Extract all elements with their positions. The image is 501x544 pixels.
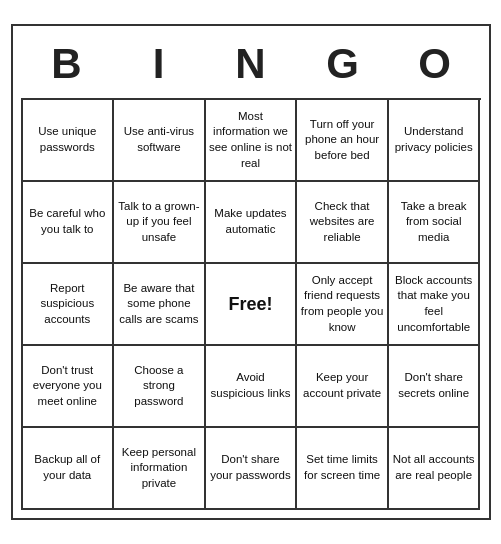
bingo-header: B I N G O	[21, 34, 481, 98]
cell-3-1[interactable]: Choose a strong password	[114, 346, 206, 428]
header-letter-n: N	[211, 40, 291, 88]
cell-1-4[interactable]: Take a break from social media	[389, 182, 481, 264]
cell-4-3[interactable]: Set time limits for screen time	[297, 428, 389, 510]
cell-4-0[interactable]: Backup all of your data	[23, 428, 115, 510]
cell-1-3[interactable]: Check that websites are reliable	[297, 182, 389, 264]
cell-0-0[interactable]: Use unique passwords	[23, 100, 115, 182]
cell-2-1[interactable]: Be aware that some phone calls are scams	[114, 264, 206, 346]
cell-3-3[interactable]: Keep your account private	[297, 346, 389, 428]
cell-1-1[interactable]: Talk to a grown-up if you feel unsafe	[114, 182, 206, 264]
cell-3-4[interactable]: Don't share secrets online	[389, 346, 481, 428]
header-letter-o: O	[395, 40, 475, 88]
cell-4-2[interactable]: Don't share your passwords	[206, 428, 298, 510]
header-letter-i: I	[119, 40, 199, 88]
cell-2-0[interactable]: Report suspicious accounts	[23, 264, 115, 346]
bingo-card: B I N G O Use unique passwords Use anti-…	[11, 24, 491, 520]
cell-4-1[interactable]: Keep personal information private	[114, 428, 206, 510]
cell-2-4[interactable]: Block accounts that make you feel uncomf…	[389, 264, 481, 346]
cell-0-2[interactable]: Most information we see online is not re…	[206, 100, 298, 182]
cell-4-4[interactable]: Not all accounts are real people	[389, 428, 481, 510]
cell-2-3[interactable]: Only accept friend requests from people …	[297, 264, 389, 346]
header-letter-b: B	[27, 40, 107, 88]
bingo-grid: Use unique passwords Use anti-virus soft…	[21, 98, 481, 510]
cell-free[interactable]: Free!	[206, 264, 298, 346]
header-letter-g: G	[303, 40, 383, 88]
cell-1-2[interactable]: Make updates automatic	[206, 182, 298, 264]
cell-0-3[interactable]: Turn off your phone an hour before bed	[297, 100, 389, 182]
cell-3-2[interactable]: Avoid suspicious links	[206, 346, 298, 428]
cell-0-4[interactable]: Understand privacy policies	[389, 100, 481, 182]
cell-3-0[interactable]: Don't trust everyone you meet online	[23, 346, 115, 428]
cell-1-0[interactable]: Be careful who you talk to	[23, 182, 115, 264]
cell-0-1[interactable]: Use anti-virus software	[114, 100, 206, 182]
